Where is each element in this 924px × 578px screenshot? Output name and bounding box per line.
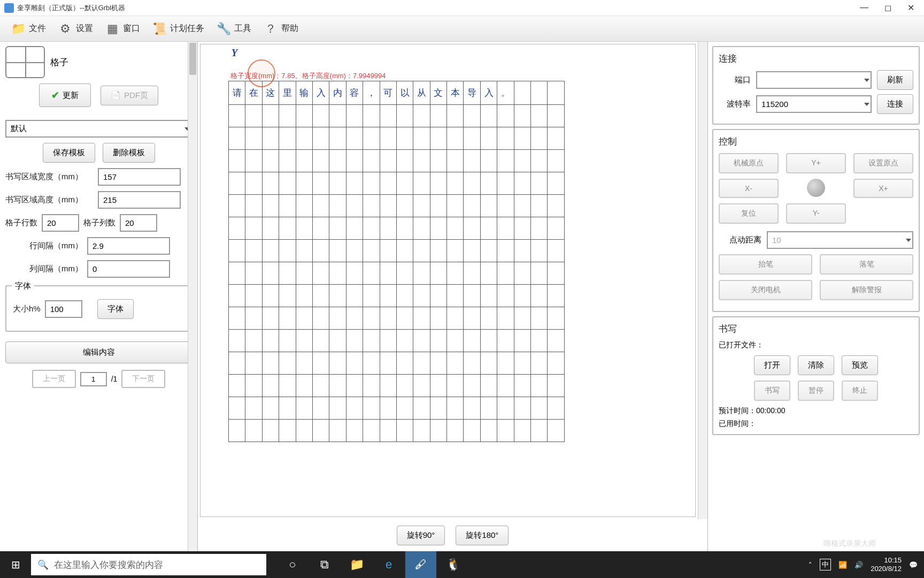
page-total: /1 [111,375,118,383]
stop-button[interactable]: 终止 [842,381,878,401]
rows-input[interactable] [42,214,79,232]
cortana-icon[interactable]: ○ [277,551,308,578]
save-template-button[interactable]: 保存模板 [43,143,95,163]
elapsed-label: 已用时间： [719,419,756,428]
maximize-button[interactable]: ◻ [884,3,891,13]
clear-button[interactable]: 清除 [798,355,834,375]
watermark: 嗨格式录屏大师 [823,539,876,549]
preview-button[interactable]: 预览 [842,355,878,375]
explorer-icon[interactable]: 📁 [341,551,372,578]
delete-template-button[interactable]: 删除模板 [103,143,155,163]
wifi-icon[interactable]: 📶 [838,561,847,569]
x-minus-button[interactable]: X- [719,179,779,198]
connect-title: 连接 [719,52,913,65]
width-label: 书写区域宽度（mm） [5,172,94,182]
joystick[interactable] [786,179,846,198]
pen-down-button[interactable]: 落笔 [820,254,913,275]
notification-icon[interactable]: 💬 [909,561,918,569]
pen-up-button[interactable]: 抬笔 [719,254,812,275]
menu-help[interactable]: ？帮助 [258,19,304,39]
close-button[interactable]: ✕ [907,3,914,13]
update-button[interactable]: 更新 [39,83,91,107]
volume-icon[interactable]: 🔊 [854,561,863,569]
grid-tile-icon [5,46,45,78]
titlebar: 奎享雕刻（正式版）--默认Grbl机器 — ◻ ✕ [0,0,924,16]
start-button[interactable]: ⊞ [0,551,31,578]
menu-window[interactable]: ▦窗口 [99,19,145,39]
control-title: 控制 [719,135,913,148]
app-icon [4,3,14,13]
font-size-input[interactable] [45,300,82,318]
folder-icon: 📁 [11,21,26,36]
clear-alarm-button[interactable]: 解除警报 [820,280,913,300]
baud-select[interactable] [756,95,872,113]
search-icon: 🔍 [37,559,49,571]
connect-button[interactable]: 连接 [877,94,913,114]
menu-file[interactable]: 📁文件 [5,19,51,39]
ime-indicator[interactable]: 中 [820,559,831,571]
prev-page-button[interactable]: 上一页 [32,370,76,388]
col-gap-input[interactable] [87,260,170,278]
minimize-button[interactable]: — [860,3,868,13]
port-label: 端口 [719,75,751,85]
x-plus-button[interactable]: X+ [853,179,913,198]
template-select[interactable] [5,120,192,138]
taskbar: ⊞ 🔍 在这里输入你要搜索的内容 ○ ⧉ 📁 e 🖋 🐧 ˄ 中 📶 🔊 10:… [0,551,924,578]
edge-icon[interactable]: e [373,551,404,578]
center-scrollbar[interactable] [698,42,707,519]
window-title: 奎享雕刻（正式版）--默认Grbl机器 [17,3,125,13]
font-fieldset: 字体 大小h% 字体 [5,285,192,332]
baud-label: 波特率 [719,99,751,109]
opened-file-label: 已打开文件： [719,340,913,350]
write-group: 书写 已打开文件： 打开 清除 预览 书写 暂停 终止 预计时间：00:00:0… [712,316,920,435]
font-button[interactable]: 字体 [97,299,134,319]
qq-icon[interactable]: 🐧 [437,551,468,578]
reset-button[interactable]: 复位 [719,203,779,224]
pdf-page-button[interactable]: PDF页 [101,86,158,105]
taskview-icon[interactable]: ⧉ [309,551,340,578]
refresh-button[interactable]: 刷新 [877,70,913,90]
writing-grid: 请在这里输入内容，可以从文本导入。 [228,81,565,442]
tray-up-icon[interactable]: ˄ [808,561,812,569]
y-axis-label: Y [232,48,237,59]
open-button[interactable]: 打开 [754,355,790,375]
search-placeholder: 在这里输入你要搜索的内容 [54,559,163,571]
app-taskbar-icon[interactable]: 🖋 [405,551,436,578]
font-size-label: 大小h% [13,304,41,314]
edit-content-button[interactable]: 编辑内容 [5,341,192,363]
cols-input[interactable] [120,214,157,232]
tile-label: 格子 [50,56,68,69]
write-button[interactable]: 书写 [754,381,790,401]
set-origin-button[interactable]: 设置原点 [853,153,913,173]
page-input[interactable] [80,372,107,386]
left-scrollbar[interactable] [188,42,197,551]
row-gap-label: 行间隔（mm） [5,241,83,251]
y-minus-button[interactable]: Y- [786,203,846,224]
font-legend: 字体 [12,281,34,291]
control-group: 控制 机械原点 Y+ 设置原点 X- X+ 复位 Y- 点动距离 抬笔 落笔 [712,129,920,312]
gear-icon: ⚙ [58,21,73,36]
home-button[interactable]: 机械原点 [719,153,779,173]
menu-plan[interactable]: 📜计划任务 [147,19,210,39]
clock[interactable]: 10:15 2020/8/12 [871,556,902,573]
motor-off-button[interactable]: 关闭电机 [719,280,812,300]
canvas[interactable]: Y 格子宽度(mm)：7.85。格子高度(mm)：7.9949994 请在这里输… [200,44,696,517]
grid-info: 格子宽度(mm)：7.85。格子高度(mm)：7.9949994 [230,71,386,81]
rotate-180-button[interactable]: 旋转180° [456,526,509,545]
jog-select[interactable] [767,231,913,249]
pause-button[interactable]: 暂停 [798,381,834,401]
row-gap-input[interactable] [87,237,170,255]
next-page-button[interactable]: 下一页 [121,370,165,388]
rotate-90-button[interactable]: 旋转90° [397,526,445,545]
write-title: 书写 [719,323,913,335]
left-panel: 格子 更新 PDF页 保存模板 删除模板 书写区域宽度（mm） 书写区域高度（m… [0,42,198,551]
port-select[interactable] [756,71,872,89]
connect-group: 连接 端口 刷新 波特率 连接 [712,46,920,125]
width-input[interactable] [98,168,181,186]
help-icon: ？ [263,21,278,36]
search-box[interactable]: 🔍 在这里输入你要搜索的内容 [31,554,266,575]
menu-tools[interactable]: 🔧工具 [211,19,257,39]
height-input[interactable] [98,191,181,209]
y-plus-button[interactable]: Y+ [786,153,846,173]
menu-settings[interactable]: ⚙设置 [52,19,98,39]
